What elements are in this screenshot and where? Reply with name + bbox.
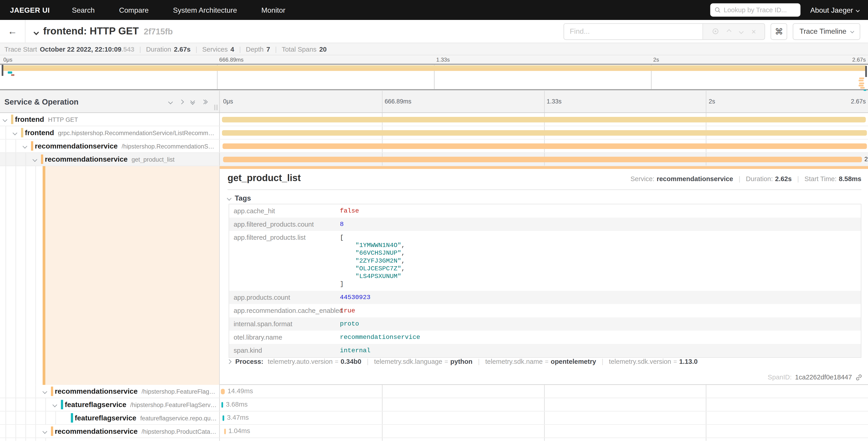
span-duration-bar[interactable] (222, 415, 224, 421)
back-button[interactable]: ← (0, 20, 26, 43)
minimap-tick-label: 0μs (3, 57, 12, 63)
focus-target-icon[interactable] (712, 28, 719, 35)
service-color-accent (51, 427, 53, 436)
span-row-timeline[interactable]: 2.62s (220, 153, 868, 166)
span-duration-bar[interactable] (224, 429, 226, 434)
span-row-name-column[interactable]: frontendHTTP GET (0, 113, 220, 126)
span-collapse-chevron-icon[interactable] (13, 130, 18, 136)
minimap-left-scrubber[interactable] (2, 65, 3, 76)
span-row-timeline[interactable] (220, 438, 868, 441)
divider: | (602, 358, 603, 365)
tag-row[interactable]: app.filtered_products.count8 (229, 217, 861, 231)
span-collapse-chevron-icon[interactable] (33, 157, 37, 162)
span-row-name-column[interactable]: featureflagservice/hipstershop.FeatureFl… (0, 398, 220, 411)
top-nav: JAEGER UI SearchCompareSystem Architectu… (0, 0, 868, 20)
span-duration-bar[interactable] (222, 130, 867, 136)
trace-lookup-box[interactable] (710, 3, 800, 17)
process-key: telemetry.sdk.version (609, 358, 671, 365)
span-row-timeline[interactable]: 3.68ms (220, 398, 868, 411)
span-duration-bar[interactable] (222, 144, 867, 149)
span-duration-bar[interactable] (223, 157, 862, 162)
minimap-tick-label: 2.67s (852, 57, 866, 63)
tag-row[interactable]: otel.library.namerecommendationservice (229, 331, 861, 344)
indent-guide (26, 438, 26, 441)
column-resize-grip[interactable] (214, 105, 218, 110)
indent-guide (26, 412, 26, 424)
span-row: featureflagservicefeatureflagservice.rep… (0, 412, 868, 425)
span-row-name-column[interactable]: featureflagservicefeatureflagservice.rep… (0, 412, 220, 424)
find-input[interactable] (564, 24, 703, 39)
chevron-down-icon (856, 8, 860, 12)
tag-row[interactable]: internal.span.formatproto (229, 317, 861, 331)
minimap-tick-label: 2s (653, 57, 659, 63)
nav-item-monitor[interactable]: Monitor (249, 6, 298, 14)
view-selector-dropdown[interactable]: Trace Timeline (793, 23, 860, 40)
span-row-name-column[interactable]: frontendgrpc.hipstershop.RecommendationS… (0, 126, 220, 139)
tag-row[interactable]: app.filtered_products.list["1YMWWN1N4O",… (229, 231, 861, 291)
span-row-name-column[interactable]: recommendationserviceget_product_list (0, 153, 220, 166)
span-row-timeline[interactable] (220, 113, 868, 126)
span-row-name-column[interactable] (0, 438, 220, 441)
span-row-name-column[interactable]: recommendationservice/hipstershop.Featur… (0, 385, 220, 398)
nav-item-system-architecture[interactable]: System Architecture (161, 6, 249, 14)
minimap-canvas[interactable] (0, 64, 868, 90)
expand-one-icon[interactable] (179, 99, 184, 104)
collapse-all-icon[interactable] (191, 99, 194, 104)
span-row-timeline[interactable]: 1.04ms (220, 425, 868, 437)
operation-name: /hipstershop.ProductCatalogSer... (142, 428, 219, 435)
collapse-one-icon[interactable] (168, 99, 173, 104)
search-icon (714, 6, 720, 13)
span-row-name-column[interactable]: recommendationservice/hipstershop.Recomm… (0, 140, 220, 152)
expand-all-icon[interactable] (202, 100, 207, 104)
ruler-gridline (382, 91, 382, 112)
span-row-timeline[interactable]: 14.49ms (220, 385, 868, 398)
nav-item-search[interactable]: Search (60, 6, 107, 14)
nav-item-compare[interactable]: Compare (107, 6, 161, 14)
span-collapse-chevron-icon[interactable] (3, 117, 7, 122)
brand-logo[interactable]: JAEGER UI (0, 6, 60, 14)
collapse-trace-chevron-icon[interactable] (33, 30, 39, 35)
about-jaeger-dropdown[interactable]: About Jaeger (810, 6, 859, 14)
indent-guide (35, 398, 36, 411)
trace-minimap: 0μs666.89ms1.33s2s2.67s (0, 56, 868, 91)
span-collapse-chevron-icon[interactable] (42, 389, 47, 394)
process-section-toggle[interactable]: Process: telemetry.auto.version=0.34b0|t… (227, 358, 698, 365)
detail-meta-label: Service: (630, 175, 654, 183)
ruler-tick-label: 666.89ms (385, 98, 411, 105)
indent-guide (26, 385, 26, 398)
trace-lookup-input[interactable] (724, 6, 796, 14)
span-row: frontendgrpc.hipstershop.RecommendationS… (0, 126, 868, 140)
divider: | (797, 175, 799, 183)
tag-row[interactable]: app.products.count44530923 (229, 291, 861, 304)
service-color-accent (41, 155, 43, 164)
find-prev-icon[interactable] (727, 29, 732, 34)
span-duration-bar[interactable] (221, 389, 225, 394)
span-duration-bar[interactable] (221, 402, 223, 408)
summary-item: Duration2.67s (146, 45, 190, 53)
minimap-right-scrubber[interactable] (865, 66, 867, 77)
minimap-span-bar (864, 89, 866, 91)
operation-name: get_product_list (131, 156, 219, 163)
find-next-icon[interactable] (739, 29, 744, 34)
span-row-timeline[interactable]: 3.47ms (220, 412, 868, 424)
divider: | (367, 358, 369, 365)
tags-section-toggle[interactable]: Tags (227, 194, 251, 202)
span-duration-bar[interactable] (222, 117, 866, 122)
span-collapse-chevron-icon[interactable] (23, 144, 27, 148)
tag-row[interactable]: app.cache_hitfalse (229, 204, 861, 218)
indent-guide (26, 425, 26, 437)
span-collapse-chevron-icon[interactable] (53, 403, 57, 407)
tag-row[interactable]: app.recommendation.cache_enabledtrue (229, 304, 861, 317)
find-clear-icon[interactable]: × (751, 27, 756, 36)
tag-row[interactable]: span.kindinternal (229, 344, 861, 357)
detail-meta-value: 2.62s (775, 175, 792, 183)
span-row-timeline[interactable] (220, 140, 868, 152)
detail-meta-label: Start Time: (804, 175, 837, 183)
span-row-timeline[interactable] (220, 126, 868, 139)
span-row-name-column[interactable]: recommendationservice/hipstershop.Produc… (0, 425, 220, 437)
deep-link-icon[interactable] (855, 374, 863, 381)
minimap-span-bar (860, 87, 864, 89)
ruler-gridline (706, 91, 707, 112)
span-collapse-chevron-icon[interactable] (42, 429, 47, 434)
keyboard-shortcuts-button[interactable]: ⌘ (771, 23, 787, 40)
